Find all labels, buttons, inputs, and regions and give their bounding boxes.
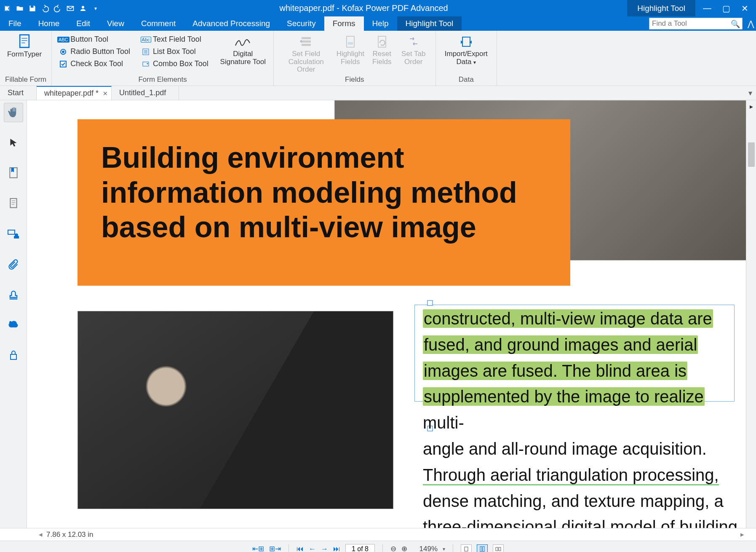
doc-tab-untitled[interactable]: Untitled_1.pdf <box>112 86 179 100</box>
menu-comment[interactable]: Comment <box>133 16 184 31</box>
form-panel[interactable] <box>4 224 23 244</box>
highlight-fields[interactable]: Highlight Fields <box>334 33 367 66</box>
menu-view[interactable]: View <box>99 16 133 31</box>
attachments-panel[interactable] <box>4 255 23 274</box>
save-icon[interactable] <box>28 4 37 13</box>
start-tab[interactable]: Start <box>0 86 37 100</box>
first-page-icon[interactable]: ⏮ <box>297 545 304 552</box>
minimize-button[interactable]: — <box>703 3 711 13</box>
collapse-ribbon-icon[interactable]: ⋀ <box>746 16 756 31</box>
horizontal-scrollbar[interactable]: ◂▸ <box>34 530 749 539</box>
view-continuous-icon[interactable] <box>477 544 488 552</box>
open-icon[interactable] <box>15 4 24 13</box>
svg-rect-14 <box>302 40 311 43</box>
menu-advanced-processing[interactable]: Advanced Processing <box>184 16 278 31</box>
highlighted-text[interactable]: constructed, multi-view image data are <box>423 309 713 328</box>
svg-rect-25 <box>8 230 15 234</box>
arrange-single-icon[interactable]: ⇤⊞ <box>252 544 264 552</box>
highlighted-text[interactable]: images are fused. The blind area is <box>423 362 687 380</box>
zoom-in-icon[interactable]: ⊕ <box>401 544 407 552</box>
svg-rect-36 <box>499 547 501 551</box>
left-tool-rail <box>0 100 27 528</box>
import-export-data[interactable]: Import/Export Data ▾ <box>441 33 492 66</box>
document-view[interactable]: Building environment information modelin… <box>27 100 756 528</box>
menu-file[interactable]: File <box>0 16 30 31</box>
view-single-icon[interactable] <box>461 544 472 552</box>
set-field-calc-order[interactable]: Set Field Calculation Order <box>279 33 334 74</box>
highlighted-text[interactable]: supplemented by the image to realize <box>423 387 705 406</box>
menu-highlight-tool[interactable]: Highlight Tool <box>397 16 462 31</box>
find-a-tool[interactable]: 🔍 <box>649 18 743 29</box>
arrange-continuous-icon[interactable]: ⊞⇥ <box>269 544 281 552</box>
menu-home[interactable]: Home <box>30 16 68 31</box>
reset-fields-icon <box>373 33 391 50</box>
scrollbar-thumb[interactable] <box>748 142 755 167</box>
mail-icon[interactable] <box>66 4 75 13</box>
undo-icon[interactable] <box>40 4 50 13</box>
hand-tool[interactable] <box>4 103 23 122</box>
close-tab-icon[interactable]: ✕ <box>103 90 108 97</box>
svg-rect-33 <box>480 547 482 552</box>
pages-panel[interactable] <box>4 194 23 213</box>
maximize-button[interactable]: ▢ <box>722 3 730 13</box>
bookmark-panel[interactable] <box>4 163 23 183</box>
svg-rect-16 <box>347 36 354 47</box>
search-icon[interactable]: 🔍 <box>731 19 740 29</box>
view-facing-icon[interactable] <box>493 544 504 552</box>
page-dimensions: 7.86 x 12.03 in <box>46 531 93 539</box>
menu-forms[interactable]: Forms <box>324 16 364 31</box>
tabs-dropdown-icon[interactable]: ▾ <box>744 86 756 100</box>
security-panel[interactable] <box>4 346 23 365</box>
svg-rect-29 <box>11 354 16 359</box>
vertical-scrollbar[interactable] <box>746 100 756 528</box>
menu-edit[interactable]: Edit <box>68 16 99 31</box>
checkbox-icon <box>59 60 68 68</box>
doc-tab-whitepaper[interactable]: whitepaper.pdf *✕ <box>37 86 112 100</box>
stamp-panel[interactable] <box>4 285 23 304</box>
select-tool[interactable] <box>4 133 23 153</box>
redo-icon[interactable] <box>53 4 62 13</box>
find-tool-input[interactable] <box>649 18 743 29</box>
svg-rect-34 <box>483 547 484 552</box>
set-tab-order[interactable]: Set Tab Order <box>397 33 430 66</box>
radio-button-tool[interactable]: Radio Button Tool <box>57 46 132 57</box>
button-tool[interactable]: ABCButton Tool <box>57 34 132 45</box>
close-button[interactable]: ✕ <box>741 3 748 13</box>
text-field-tool[interactable]: AbcText Field Tool <box>139 34 210 45</box>
svg-rect-27 <box>14 236 19 238</box>
digital-signature-tool[interactable]: Digital Signature Tool <box>218 33 268 66</box>
qat-dropdown-icon[interactable]: ▾ <box>91 4 100 13</box>
list-icon <box>141 48 150 56</box>
svg-point-6 <box>62 51 64 53</box>
formtyper-button[interactable]: FormTyper <box>5 33 44 59</box>
last-page-icon[interactable]: ⏭ <box>333 545 340 552</box>
body-text[interactable]: constructed, multi-view image data are f… <box>423 306 743 528</box>
reset-fields[interactable]: Reset Fields <box>367 33 397 66</box>
status-bar-upper: 7.86 x 12.03 in ◂▸ <box>0 528 756 541</box>
signature-icon <box>234 33 252 50</box>
svg-point-0 <box>82 6 84 8</box>
prev-page-icon[interactable]: ← <box>309 545 316 552</box>
ribbon-group-form-elements: ABCButton Tool Radio Button Tool Check B… <box>52 31 274 86</box>
abc-outline-icon: Abc <box>141 37 151 43</box>
list-box-tool[interactable]: List Box Tool <box>139 46 210 57</box>
menu-help[interactable]: Help <box>364 16 397 31</box>
combo-box-tool[interactable]: Combo Box Tool <box>139 59 210 69</box>
menu-security[interactable]: Security <box>278 16 324 31</box>
view-mode-buttons <box>461 544 504 552</box>
zoom-out-icon[interactable]: ⊖ <box>390 544 396 552</box>
page-number-input[interactable] <box>345 544 375 552</box>
quick-access-toolbar: ▾ <box>0 4 100 13</box>
zoom-dropdown-icon[interactable]: ▾ <box>443 546 445 552</box>
cloud-panel[interactable] <box>4 315 23 335</box>
menu-bar: File Home Edit View Comment Advanced Pro… <box>0 16 756 31</box>
highlight-fields-icon <box>341 33 360 50</box>
next-page-icon[interactable]: → <box>321 545 328 552</box>
person-icon[interactable] <box>78 4 88 13</box>
check-box-tool[interactable]: Check Box Tool <box>57 59 132 69</box>
app-icon <box>3 4 12 13</box>
scrollbar-expand-icon[interactable] <box>748 104 755 110</box>
underlined-text[interactable]: Through aerial triangulation processing, <box>423 466 719 485</box>
svg-rect-12 <box>143 62 149 66</box>
highlighted-text[interactable]: fused, and ground images and aerial <box>423 335 698 354</box>
